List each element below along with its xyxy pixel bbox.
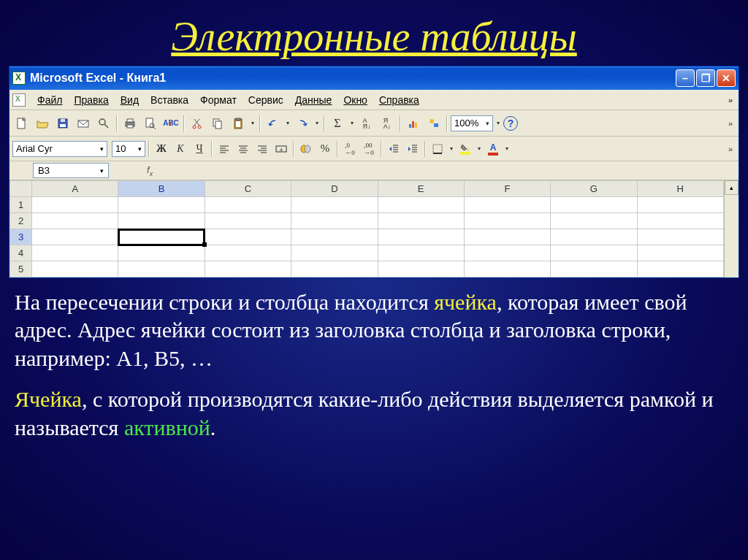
cell[interactable] xyxy=(32,245,118,261)
cell[interactable] xyxy=(637,197,723,213)
scroll-up-icon[interactable]: ▴ xyxy=(725,180,739,195)
cell[interactable] xyxy=(118,261,205,277)
cell[interactable] xyxy=(378,261,464,277)
cell[interactable] xyxy=(118,213,205,229)
select-all-corner[interactable] xyxy=(10,181,32,197)
column-header-G[interactable]: G xyxy=(551,181,637,197)
vertical-scrollbar[interactable]: ▴ xyxy=(724,180,739,277)
cell[interactable] xyxy=(291,229,378,245)
close-button[interactable]: ✕ xyxy=(717,69,736,87)
undo-dropdown-icon[interactable]: ▾ xyxy=(284,120,291,126)
cell[interactable] xyxy=(32,261,118,277)
cell[interactable] xyxy=(551,261,637,277)
cell[interactable] xyxy=(118,197,205,213)
print-button[interactable] xyxy=(121,114,140,133)
name-box[interactable]: B3 xyxy=(33,163,109,178)
cell[interactable] xyxy=(378,213,464,229)
cell[interactable] xyxy=(205,229,291,245)
print-preview-button[interactable] xyxy=(141,114,160,133)
fill-color-dropdown-icon[interactable]: ▾ xyxy=(476,145,483,152)
menu-view[interactable]: Вид xyxy=(115,93,145,107)
font-size-select[interactable]: 10 xyxy=(112,141,145,157)
row-header-5[interactable]: 5 xyxy=(10,261,32,277)
spellcheck-button[interactable]: ABC✓ xyxy=(161,114,180,133)
fill-color-button[interactable] xyxy=(457,140,474,158)
column-header-F[interactable]: F xyxy=(464,181,550,197)
column-header-A[interactable]: A xyxy=(32,181,118,197)
row-header-4[interactable]: 4 xyxy=(10,245,32,261)
help-button[interactable]: ? xyxy=(503,116,518,131)
menu-insert[interactable]: Вставка xyxy=(145,93,194,107)
cell[interactable] xyxy=(551,229,637,245)
menu-tools[interactable]: Сервис xyxy=(243,93,289,107)
row-header-3[interactable]: 3 xyxy=(10,229,32,245)
menu-format[interactable]: Формат xyxy=(194,93,243,107)
cell[interactable] xyxy=(637,245,723,261)
cell[interactable] xyxy=(378,197,464,213)
search-button[interactable] xyxy=(94,114,113,133)
decrease-decimal-button[interactable]: ,00→0 xyxy=(360,140,378,158)
maximize-button[interactable]: ❐ xyxy=(696,69,715,87)
cell[interactable] xyxy=(378,229,464,245)
currency-button[interactable] xyxy=(297,140,315,158)
cell[interactable] xyxy=(464,261,550,277)
toolbar-overflow-icon[interactable]: » xyxy=(724,119,736,128)
redo-button[interactable] xyxy=(293,114,312,133)
undo-button[interactable] xyxy=(264,114,283,133)
row-header-2[interactable]: 2 xyxy=(10,213,32,229)
cell[interactable] xyxy=(637,261,723,277)
cell[interactable] xyxy=(464,213,550,229)
underline-button[interactable]: Ч xyxy=(191,140,208,158)
cell[interactable] xyxy=(551,245,637,261)
column-header-D[interactable]: D xyxy=(291,181,378,197)
menu-overflow-icon[interactable]: » xyxy=(724,96,736,104)
cell[interactable] xyxy=(291,261,378,277)
zoom-select[interactable]: 100% xyxy=(451,115,493,131)
email-button[interactable] xyxy=(74,114,93,133)
cell[interactable] xyxy=(32,197,118,213)
font-color-button[interactable]: A xyxy=(484,140,502,158)
increase-decimal-button[interactable]: ,0←0 xyxy=(341,140,359,158)
merge-center-button[interactable]: a xyxy=(272,140,290,158)
sort-asc-button[interactable]: АЯ↓ xyxy=(357,114,376,133)
menu-help[interactable]: Справка xyxy=(373,93,425,107)
save-button[interactable] xyxy=(53,114,72,133)
menu-window[interactable]: Окно xyxy=(337,93,373,107)
cell[interactable] xyxy=(464,245,550,261)
autosum-button[interactable]: Σ xyxy=(328,114,347,133)
cell[interactable] xyxy=(551,197,637,213)
borders-dropdown-icon[interactable]: ▾ xyxy=(448,145,455,152)
paste-button[interactable] xyxy=(229,114,248,133)
copy-button[interactable] xyxy=(208,114,227,133)
menu-data[interactable]: Данные xyxy=(289,93,338,107)
active-cell[interactable] xyxy=(118,229,205,245)
cell[interactable] xyxy=(291,245,378,261)
cell[interactable] xyxy=(32,213,118,229)
autosum-dropdown-icon[interactable]: ▾ xyxy=(348,120,356,126)
font-name-select[interactable]: Arial Cyr xyxy=(12,141,107,157)
cell[interactable] xyxy=(118,245,205,261)
font-color-dropdown-icon[interactable]: ▾ xyxy=(503,145,511,152)
zoom-dropdown-icon[interactable]: ▾ xyxy=(495,120,502,126)
cell[interactable] xyxy=(291,197,378,213)
decrease-indent-button[interactable] xyxy=(385,140,402,158)
cell[interactable] xyxy=(551,213,637,229)
column-header-E[interactable]: E xyxy=(378,181,464,197)
redo-dropdown-icon[interactable]: ▾ xyxy=(313,120,321,126)
paste-dropdown-icon[interactable]: ▾ xyxy=(249,120,256,126)
align-center-button[interactable] xyxy=(234,140,252,158)
cell[interactable] xyxy=(291,213,378,229)
align-left-button[interactable] xyxy=(215,140,233,158)
bold-button[interactable]: Ж xyxy=(153,140,170,158)
cell[interactable] xyxy=(205,197,291,213)
increase-indent-button[interactable] xyxy=(404,140,421,158)
row-header-1[interactable]: 1 xyxy=(10,197,32,213)
minimize-button[interactable]: – xyxy=(676,69,695,87)
column-header-H[interactable]: H xyxy=(637,181,723,197)
formatbar-overflow-icon[interactable]: » xyxy=(724,145,736,153)
align-right-button[interactable] xyxy=(253,140,271,158)
cell[interactable] xyxy=(205,213,291,229)
cell[interactable] xyxy=(205,261,291,277)
cell[interactable] xyxy=(464,197,550,213)
cell[interactable] xyxy=(205,245,291,261)
